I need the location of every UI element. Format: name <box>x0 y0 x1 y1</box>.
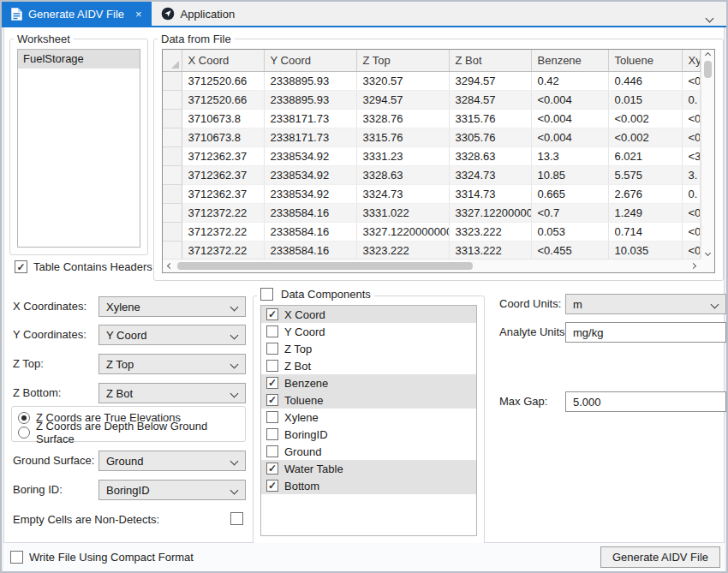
radio-icon[interactable] <box>18 412 30 424</box>
table-cell[interactable]: 2338584.16 <box>264 203 356 222</box>
table-cell[interactable]: 0.015 <box>608 90 682 109</box>
table-cell[interactable]: 3315.76 <box>449 109 531 128</box>
table-cell[interactable]: 3712372.22 <box>182 222 264 241</box>
table-cell[interactable]: <3 <box>682 146 701 165</box>
row-header[interactable] <box>163 146 182 165</box>
column-header[interactable]: X Coord <box>182 50 264 71</box>
table-row[interactable]: 3710673.82338171.733328.763315.76<0.004<… <box>163 109 701 128</box>
checkbox-icon[interactable] <box>266 377 278 389</box>
table-cell[interactable]: 3320.57 <box>356 71 449 90</box>
table-cell[interactable]: 1.249 <box>608 203 682 222</box>
select-all-corner[interactable] <box>163 50 182 71</box>
table-cell[interactable]: 3710673.8 <box>182 128 264 146</box>
row-header[interactable] <box>163 165 182 184</box>
table-cell[interactable]: 10.85 <box>531 165 608 184</box>
tab-application[interactable]: Application <box>152 2 245 26</box>
table-cell[interactable]: <0.004 <box>531 90 608 109</box>
table-cell[interactable]: 3323.222 <box>449 222 531 241</box>
column-header[interactable]: Z Bot <box>449 50 531 71</box>
data-component-item[interactable]: Bottom <box>261 477 476 494</box>
table-cell[interactable]: 3327.1220000000 <box>449 203 531 222</box>
ground-surface-dropdown[interactable]: Ground <box>98 451 246 471</box>
data-component-item[interactable]: Benzene <box>261 374 476 391</box>
scroll-up-icon[interactable] <box>705 52 711 58</box>
table-cell[interactable]: 2338895.93 <box>264 71 356 90</box>
table-cell[interactable]: 2338171.73 <box>264 128 356 146</box>
z-bottom-dropdown[interactable]: Z Bot <box>98 383 246 403</box>
checkbox-icon[interactable] <box>15 260 27 273</box>
vertical-scrollbar[interactable] <box>701 50 714 259</box>
table-cell[interactable]: 0. <box>682 90 701 109</box>
table-cell[interactable]: 3327.1220000000 <box>356 222 449 241</box>
data-component-item[interactable]: X Coord <box>261 306 476 323</box>
data-component-item[interactable]: Xylene <box>261 409 476 426</box>
checkbox-icon[interactable] <box>266 360 278 372</box>
table-cell[interactable]: <0 <box>682 128 701 146</box>
table-cell[interactable]: <0 <box>682 241 701 259</box>
column-header[interactable]: Toluene <box>608 50 682 71</box>
table-cell[interactable]: 3305.76 <box>449 128 531 146</box>
data-component-item[interactable]: BoringID <box>261 426 476 443</box>
table-cell[interactable]: 3323.222 <box>356 241 449 259</box>
table-cell[interactable]: 2338895.93 <box>264 90 356 109</box>
data-component-item[interactable]: Z Top <box>261 340 476 357</box>
radio-icon[interactable] <box>18 427 30 439</box>
table-cell[interactable]: 3712362.37 <box>182 146 264 165</box>
table-row[interactable]: 3712362.372338534.923331.233328.6313.36.… <box>163 146 701 165</box>
row-header[interactable] <box>163 71 182 90</box>
y-coordinates-dropdown[interactable]: Y Coord <box>98 325 246 345</box>
table-cell[interactable]: 3324.73 <box>449 165 531 184</box>
data-component-item[interactable]: Toluene <box>261 391 476 409</box>
column-header[interactable]: Y Coord <box>264 50 356 71</box>
row-header[interactable] <box>163 203 182 222</box>
table-row[interactable]: 3712362.372338534.923324.733314.730.6652… <box>163 184 701 203</box>
table-cell[interactable]: 3712372.22 <box>182 241 264 259</box>
checkbox-icon[interactable] <box>266 343 278 355</box>
table-row[interactable]: 3712520.662338895.933294.573284.57<0.004… <box>163 90 701 109</box>
vertical-scroll-thumb[interactable] <box>704 61 712 78</box>
table-cell[interactable]: 0.446 <box>608 71 682 90</box>
scroll-down-icon[interactable] <box>705 250 711 256</box>
table-cell[interactable]: 3294.57 <box>356 90 449 109</box>
table-cell[interactable]: 2338171.73 <box>264 109 356 128</box>
coord-units-dropdown[interactable]: m <box>565 294 726 314</box>
x-coordinates-dropdown[interactable]: Xylene <box>98 296 246 317</box>
tab-generate-aidv-file[interactable]: Generate AIDV File × <box>2 2 152 26</box>
table-cell[interactable]: 3313.222 <box>449 241 531 259</box>
table-cell[interactable]: <0 <box>682 109 701 128</box>
analyte-units-input[interactable]: mg/kg <box>565 322 726 343</box>
table-cell[interactable]: 2338534.92 <box>264 165 356 184</box>
table-cell[interactable]: 2338534.92 <box>264 146 356 165</box>
compact-format-checkbox[interactable]: Write File Using Compact Format <box>10 551 194 564</box>
column-header[interactable]: Z Top <box>356 50 449 71</box>
table-cell[interactable]: 3328.63 <box>356 165 449 184</box>
table-cell[interactable]: 3294.57 <box>449 71 531 90</box>
table-cell[interactable]: 6.021 <box>608 146 682 165</box>
table-cell[interactable]: <0.7 <box>531 203 608 222</box>
generate-aidv-file-button[interactable]: Generate AIDV File <box>600 546 720 568</box>
table-cell[interactable]: 3314.73 <box>449 184 531 203</box>
data-component-item[interactable]: Z Bot <box>261 357 476 374</box>
table-cell[interactable]: 3324.73 <box>356 184 449 203</box>
checkbox-icon[interactable] <box>266 308 278 320</box>
table-row[interactable]: 3712372.222338584.163331.0223327.1220000… <box>163 203 701 222</box>
table-row[interactable]: 3712362.372338534.923328.633324.7310.855… <box>163 165 701 184</box>
scroll-right-icon[interactable] <box>690 263 696 269</box>
table-cell[interactable]: 3328.63 <box>449 146 531 165</box>
row-header[interactable] <box>163 109 182 128</box>
data-component-item[interactable]: Y Coord <box>261 323 476 340</box>
table-cell[interactable]: 3331.022 <box>356 203 449 222</box>
data-component-item[interactable]: Ground <box>261 443 476 460</box>
row-header[interactable] <box>163 90 182 109</box>
checkbox-icon[interactable] <box>10 551 23 564</box>
data-components-header-checkbox[interactable]: Data Components <box>260 288 371 301</box>
table-cell[interactable]: 3284.57 <box>449 90 531 109</box>
table-cell[interactable]: <0.004 <box>531 109 608 128</box>
z-top-dropdown[interactable]: Z Top <box>98 354 246 374</box>
table-row[interactable]: 3710673.82338171.733315.763305.76<0.004<… <box>163 128 701 146</box>
table-cell[interactable]: 0.42 <box>531 71 608 90</box>
row-header[interactable] <box>163 222 182 241</box>
table-cell[interactable]: 10.035 <box>608 241 682 259</box>
row-header[interactable] <box>163 128 182 146</box>
table-cell[interactable]: 2338584.16 <box>264 222 356 241</box>
